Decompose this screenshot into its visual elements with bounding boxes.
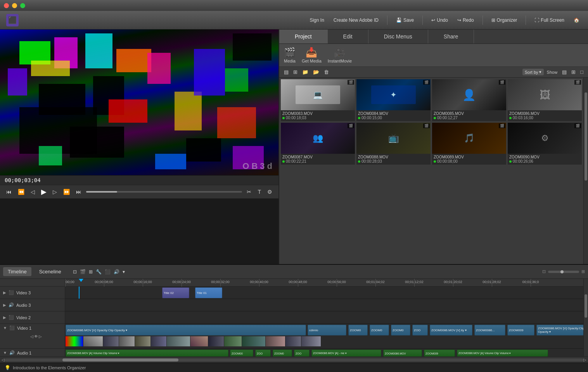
tl-ctrl-6[interactable]: ▾	[122, 268, 126, 275]
tab-edit[interactable]: Edit	[328, 30, 368, 43]
tl-ctrl-5[interactable]: ⬛	[104, 268, 111, 275]
list-view-btn[interactable]: ▤	[282, 68, 290, 76]
settings-button[interactable]: ⚙	[266, 188, 274, 196]
tracks-content[interactable]: 00;00;00;00 00;00;08;00 00;00;16;00 00;0…	[65, 279, 583, 356]
video1-eye-btn[interactable]: 👁	[34, 334, 38, 339]
clip-audio-zoom009[interactable]: ZOOM009	[424, 349, 455, 356]
clip-audio-zoom0086-3[interactable]: ZOOM0086.MOV	[383, 349, 422, 356]
clip-zoom01[interactable]: ZOOM0	[348, 325, 368, 335]
step-forward-button[interactable]: ⏩	[62, 188, 71, 196]
organizer-button[interactable]: ⊞ Organizer	[489, 16, 520, 24]
cut-button[interactable]: ✂	[245, 188, 253, 196]
clip-audio-zoom0086-2[interactable]: ZOOM0086.MOV [A] - me ▾	[311, 349, 381, 356]
video1-prev-btn[interactable]: ◁	[30, 334, 33, 339]
home-button[interactable]: 🏠	[571, 16, 582, 24]
scrollbar-thumb	[62, 358, 178, 362]
tl-zoom-slider[interactable]	[548, 271, 579, 273]
video1-next-btn[interactable]: ▷	[39, 334, 42, 339]
tl-ctrl-4[interactable]: 🔧	[95, 268, 102, 275]
clip-zoom0086-v1[interactable]: ZOOM0086.MOV [V] Opacity:Clip Opacity ▾	[66, 325, 306, 335]
tl-volume[interactable]: 🔊	[113, 268, 120, 275]
expand-video2[interactable]: ▶	[3, 315, 6, 320]
clip-zoom02[interactable]: ZOOM0	[370, 325, 389, 335]
media-label: Media	[284, 59, 296, 63]
tab-project[interactable]: Project	[279, 30, 328, 43]
clip-audio-zoom0[interactable]: ZOOM0	[273, 349, 292, 356]
media-item[interactable]: 📺 🎬 ZOOM0088.MOV 00:00:28;03	[356, 123, 431, 165]
sort-by-button[interactable]: Sort by ▾	[522, 69, 544, 75]
clip-zoom03[interactable]: ZOOM0	[391, 325, 410, 335]
status-dot	[358, 160, 360, 163]
ts-tick-7	[337, 279, 337, 287]
full-screen-button[interactable]: ⛶ Full Screen	[532, 16, 567, 24]
media-name: ZOOM0086.MOV	[509, 111, 580, 116]
clip-title02[interactable]: Title 02	[162, 287, 189, 298]
tl-ctrl-2[interactable]: 🎬	[79, 268, 86, 275]
frame-back-button[interactable]: ◁	[29, 188, 36, 196]
close-button[interactable]	[4, 3, 9, 8]
create-adobe-id-button[interactable]: Create New Adobe ID	[331, 16, 381, 24]
clip-cdimlo[interactable]: cdimlo	[308, 325, 346, 335]
duration-value: 00:00:18;03	[286, 116, 306, 120]
timeline-tab[interactable]: Timeline	[3, 267, 31, 276]
save-button[interactable]: 💾 Save	[394, 16, 416, 24]
media-item[interactable]: 👤 🎬 ZOOM0085.MOV 00:00:12;27	[432, 79, 506, 121]
scrollbar-track[interactable]	[5, 358, 583, 362]
go-to-start-button[interactable]: ⏮	[5, 188, 13, 196]
tl-ctrl-3[interactable]: ⊞	[88, 268, 93, 275]
scroll-left-btn[interactable]: ◁	[2, 358, 5, 362]
get-media-tool[interactable]: 📥 Get Media	[302, 47, 322, 63]
clip-zoo[interactable]: ZOO	[412, 325, 428, 335]
playback-progress[interactable]	[86, 191, 242, 193]
sign-in-button[interactable]: Sign In	[307, 16, 326, 24]
clip-zoom0086-2[interactable]: ZOOM0086...	[474, 325, 505, 335]
sceneline-tab[interactable]: Sceneline	[35, 267, 66, 276]
expand-audio1[interactable]: ▼	[3, 351, 7, 355]
duration-value: 00:00:22;21	[286, 159, 306, 163]
redo-button[interactable]: ↪ Redo	[455, 16, 476, 24]
clip-audio-zoo[interactable]: ZOO	[255, 349, 271, 356]
clip-zoom009[interactable]: ZOOM009	[507, 325, 534, 335]
clip-zoom0086-opacity[interactable]: ZOOM0086.MOV [V] Opacity:Clip Opacity ▾	[536, 325, 583, 335]
expand-video3[interactable]: ▶	[3, 290, 6, 295]
timeline-scrollbar-h[interactable]: ◁ ▷	[0, 356, 588, 363]
media-item[interactable]: 👥 🎬 ZOOM0087.MOV 00:00:22;21	[281, 123, 355, 165]
view-large-btn[interactable]: □	[579, 68, 585, 76]
clip-zoom0086-ity[interactable]: ZOOM0086.MOV [V] ity ▾	[430, 325, 472, 335]
view-small-btn[interactable]: ▤	[560, 68, 568, 76]
panel-tabs: Project Edit Disc Menus Share	[279, 30, 588, 44]
ts-marker-0: 00;00;00;00	[65, 280, 74, 284]
grid-view-btn[interactable]: ⊞	[292, 68, 299, 76]
folder-new-btn[interactable]: 📂	[311, 68, 321, 76]
tl-ctrl-1[interactable]: ⊡	[72, 268, 78, 275]
tab-disc-menus[interactable]: Disc Menus	[368, 30, 428, 43]
play-button[interactable]: ▶	[40, 187, 48, 197]
clip-audio-zoom0086-4[interactable]: ZOOM0086.MOV [A] Volume:Clip Volume ▾	[457, 349, 548, 356]
media-item[interactable]: 💻 🎬 ZOOM0083.MOV 00:00:18;03	[281, 79, 355, 121]
media-item[interactable]: 🖼 🎬 ZOOM0086.MOV 00:03:16;00	[508, 79, 582, 121]
media-item[interactable]: ⚙ 🎬 ZOOM0090.MOV 00:00:26;06	[508, 123, 582, 165]
tab-share[interactable]: Share	[428, 30, 474, 43]
clip-audio-zoo2[interactable]: ZOO	[294, 349, 310, 356]
go-to-end-button[interactable]: ⏭	[74, 188, 83, 196]
delete-btn[interactable]: 🗑	[322, 68, 330, 76]
minimize-button[interactable]	[12, 3, 17, 8]
expand-video1[interactable]: ▼	[3, 326, 7, 330]
maximize-button[interactable]	[20, 3, 25, 8]
instant-movie-tool[interactable]: 🎥 InstantMovie	[328, 47, 352, 63]
clip-audio-zoom0086[interactable]: ZOOM0086.MOV [A] Volume:Clip Volume ▾	[66, 349, 228, 356]
timeline-scrollbar-v[interactable]	[583, 279, 588, 356]
expand-audio3[interactable]: ▶	[3, 303, 6, 307]
frame-forward-button[interactable]: ▷	[51, 188, 59, 196]
folder-btn[interactable]: 📁	[301, 68, 310, 76]
text-tool-button[interactable]: T	[256, 188, 263, 196]
clip-audio-zoom00[interactable]: ZOOM00	[230, 349, 253, 356]
undo-button[interactable]: ↩ Undo	[429, 16, 450, 24]
media-tool[interactable]: 🎬 Media	[284, 47, 296, 63]
media-item[interactable]: ✦ 🎬 ZOOM0084.MOV 00:00:15;00	[356, 79, 431, 121]
step-back-button[interactable]: ⏪	[16, 188, 26, 196]
clip-title01[interactable]: Title 01	[195, 287, 222, 298]
view-medium-btn[interactable]: ⊞	[570, 68, 577, 76]
scroll-right-btn[interactable]: ▷	[583, 358, 586, 362]
media-item[interactable]: 🎵 🎬 ZOOM0089.MOV 00:00:08;00	[432, 123, 506, 165]
